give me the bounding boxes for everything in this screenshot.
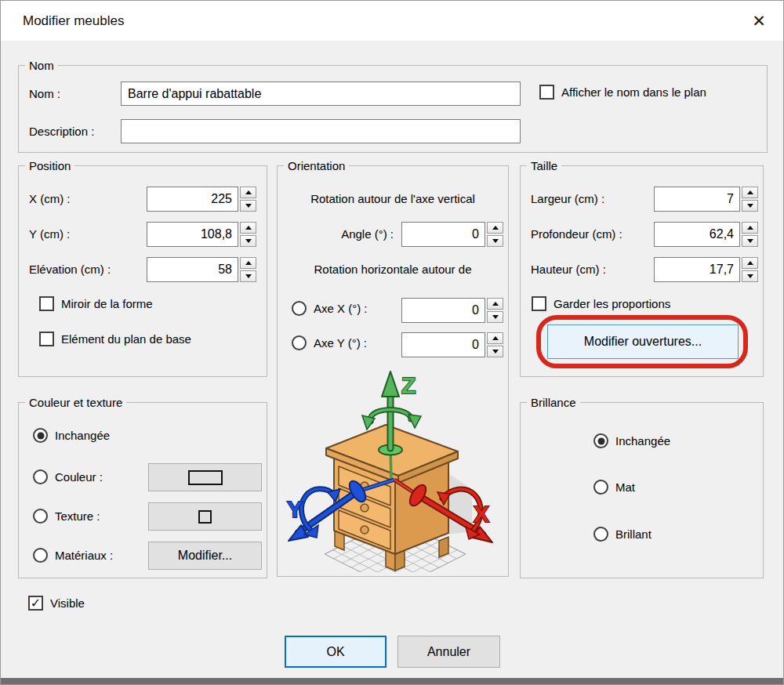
axis-x-increment-button[interactable] [487, 298, 503, 310]
vertical-rotation-heading: Rotation autour de l'axe vertical [278, 192, 508, 205]
materials-modify-button[interactable]: Modifier... [148, 542, 262, 570]
close-button[interactable]: ✕ [742, 5, 775, 38]
height-increment-button[interactable] [742, 257, 758, 269]
texture-swatch-button[interactable] [148, 502, 262, 531]
shine-unchanged-radio[interactable]: Inchangée [593, 433, 670, 448]
mirror-shape-checkbox-label: Miroir de la forme [61, 297, 153, 310]
width-decrement-button[interactable] [742, 200, 758, 212]
orientation-axes-image: Z Y X [285, 364, 502, 572]
width-increment-button[interactable] [742, 187, 758, 198]
y-position-spinner [147, 222, 256, 247]
base-plan-item-checkbox[interactable]: Elément du plan de base [39, 332, 191, 346]
spinner-up-icon [245, 226, 252, 230]
shine-brilliant-radio-circle[interactable] [593, 527, 608, 542]
height-decrement-button[interactable] [742, 270, 758, 282]
depth-increment-button[interactable] [742, 222, 758, 234]
axis-x-input[interactable] [401, 298, 485, 323]
ok-button[interactable]: OK [285, 636, 387, 668]
angle-increment-button[interactable] [487, 222, 503, 234]
color-unchanged-radio[interactable]: Inchangée [33, 428, 110, 443]
x-position-label: X (cm) : [29, 190, 71, 208]
x-position-increment-button[interactable] [240, 187, 256, 198]
shine-brilliant-radio[interactable]: Brillant [593, 527, 652, 542]
elevation-decrement-button[interactable] [240, 270, 256, 282]
spinner-down-icon [747, 239, 753, 243]
visible-checkbox-box[interactable]: ✓ [28, 596, 43, 611]
axis-x-radio-circle[interactable] [292, 301, 307, 316]
axis-x-spinner [401, 298, 503, 323]
color-swatch-icon [188, 470, 223, 485]
width-input[interactable] [654, 187, 740, 212]
axis-x-decrement-button[interactable] [487, 311, 503, 323]
materials-radio-label: Matériaux : [55, 549, 113, 562]
depth-label: Profondeur (cm) : [531, 226, 622, 243]
y-axis-label: Y [287, 496, 303, 522]
materials-radio-circle[interactable] [33, 548, 48, 563]
base-plan-item-checkbox-box[interactable] [39, 332, 54, 346]
depth-input[interactable] [654, 222, 740, 247]
y-position-label: Y (cm) : [29, 226, 70, 243]
color-swatch-button[interactable] [148, 463, 262, 491]
modify-openings-button-label: Modifier ouvertures... [584, 335, 702, 349]
name-label: Nom : [29, 85, 60, 103]
mirror-shape-checkbox[interactable]: Miroir de la forme [39, 296, 153, 311]
show-name-checkbox-box[interactable] [539, 85, 554, 100]
color-radio-label: Couleur : [55, 470, 103, 484]
texture-swatch-icon [198, 510, 212, 524]
axis-y-input[interactable] [401, 332, 485, 357]
name-input[interactable] [121, 82, 521, 106]
y-position-decrement-button[interactable] [240, 235, 256, 247]
height-input[interactable] [654, 257, 740, 282]
spinner-down-icon [245, 204, 252, 208]
keep-proportions-checkbox[interactable]: Garder les proportions [532, 296, 670, 311]
y-position-input[interactable] [147, 222, 238, 247]
spinner-down-icon [747, 204, 753, 208]
z-axis-label: Z [401, 372, 416, 398]
color-texture-group: Couleur et texture Inchangée Couleur : T… [18, 402, 267, 578]
base-plan-item-checkbox-label: Elément du plan de base [61, 332, 191, 346]
visible-checkbox[interactable]: ✓ Visible [28, 596, 85, 611]
spinner-up-icon [747, 261, 753, 265]
cancel-button[interactable]: Annuler [397, 636, 500, 668]
angle-input[interactable] [401, 222, 485, 247]
position-group: Position X (cm) : Y (cm) : Elévation (cm… [18, 165, 267, 377]
spinner-down-icon [747, 274, 753, 278]
x-position-decrement-button[interactable] [240, 200, 256, 212]
spinner-up-icon [492, 336, 499, 340]
axis-y-radio[interactable]: Axe Y (°) : [292, 335, 367, 350]
elevation-input[interactable] [147, 257, 238, 282]
y-position-increment-button[interactable] [240, 222, 256, 234]
keep-proportions-checkbox-label: Garder les proportions [554, 297, 670, 310]
keep-proportions-checkbox-box[interactable] [532, 296, 546, 311]
spinner-up-icon [492, 302, 499, 306]
axis-x-radio[interactable]: Axe X (°) : [292, 301, 368, 316]
x-axis-label: X [474, 501, 489, 527]
axis-y-radio-circle[interactable] [292, 335, 307, 350]
spinner-down-icon [245, 239, 252, 243]
close-icon: ✕ [752, 12, 766, 31]
axis-y-increment-button[interactable] [487, 332, 503, 344]
shine-unchanged-radio-circle[interactable] [593, 433, 608, 448]
shine-mat-radio-circle[interactable] [593, 480, 608, 495]
modify-openings-button[interactable]: Modifier ouvertures... [547, 324, 739, 359]
mirror-shape-checkbox-box[interactable] [39, 296, 54, 311]
materials-radio[interactable]: Matériaux : [33, 548, 113, 563]
texture-radio-circle[interactable] [33, 509, 48, 524]
elevation-increment-button[interactable] [240, 257, 256, 269]
color-unchanged-radio-circle[interactable] [33, 428, 48, 443]
depth-decrement-button[interactable] [742, 235, 758, 247]
x-position-input[interactable] [147, 187, 238, 212]
axis-x-radio-label: Axe X (°) : [314, 302, 368, 315]
spinner-down-icon [492, 350, 499, 353]
color-radio-circle[interactable] [33, 469, 48, 484]
color-unchanged-radio-label: Inchangée [55, 429, 110, 442]
axis-y-decrement-button[interactable] [487, 346, 503, 357]
show-name-checkbox[interactable]: Afficher le nom dans le plan [539, 85, 706, 100]
shine-mat-radio[interactable]: Mat [593, 480, 635, 495]
texture-radio[interactable]: Texture : [33, 509, 100, 524]
description-input[interactable] [121, 119, 521, 143]
shine-unchanged-radio-label: Inchangée [615, 434, 670, 448]
color-radio[interactable]: Couleur : [33, 469, 103, 484]
angle-decrement-button[interactable] [487, 235, 503, 247]
horizontal-rotation-heading: Rotation horizontale autour de [278, 263, 508, 276]
